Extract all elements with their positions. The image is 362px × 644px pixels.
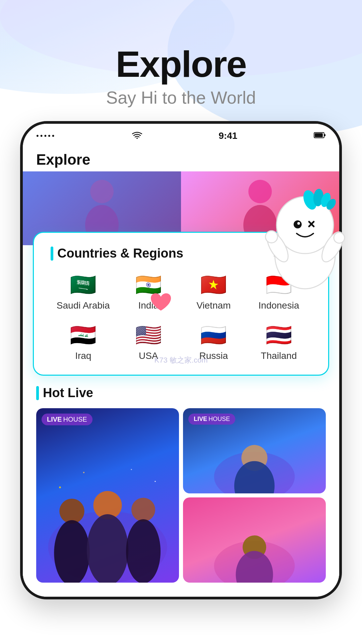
svg-point-10 [297,222,300,225]
svg-point-9 [294,220,302,228]
svg-point-27 [54,520,90,583]
svg-point-21 [90,180,114,203]
signal-dots: ••••• [36,131,56,140]
live-card-large[interactable]: LIVE HOUSE [36,408,179,583]
watermark: K73 敏之家.com [155,355,208,365]
phone-section: ••••• 9:41 [20,121,342,599]
svg-point-17 [136,138,138,139]
svg-point-34 [83,472,84,473]
saudi-arabia-label: Saudi Arabia [57,300,110,311]
hero-title: Explore [0,44,362,84]
iraq-flag: 🇮🇶 [70,324,97,346]
svg-rect-19 [315,133,323,137]
status-icons [132,131,142,140]
heart-bubble [147,289,174,317]
svg-point-29 [87,514,128,583]
usa-flag: 🇺🇸 [135,324,162,346]
country-item[interactable]: 🇹🇭 Thailand [246,324,312,361]
svg-point-35 [131,469,132,470]
section-accent-bar [36,386,39,400]
hero-subtitle: Say Hi to the World [0,88,362,108]
svg-rect-20 [324,134,325,136]
svg-point-26 [59,499,84,524]
explore-header: Explore [23,145,339,171]
svg-point-31 [126,519,161,583]
title-accent-bar [51,247,53,261]
status-bar: ••••• 9:41 [23,124,339,145]
svg-point-32 [59,486,61,488]
hot-live-section: Hot Live LIVE HOUSE [23,376,339,597]
country-item[interactable]: 🇻🇳 Vietnam [181,274,246,311]
svg-point-30 [131,498,155,522]
live-card-small-2[interactable] [183,497,326,583]
page-content: Explore Say Hi to the World [0,0,362,599]
battery-icon [314,132,326,140]
country-item[interactable]: 🇮🇶 Iraq [51,324,116,361]
iraq-label: Iraq [75,351,91,361]
svg-point-15 [265,231,278,243]
svg-point-33 [155,481,156,482]
svg-point-16 [334,232,345,243]
small-cards-column: LIVE HOUSE [183,408,326,583]
live-grid: LIVE HOUSE [36,408,326,587]
hot-live-title: Hot Live [36,386,326,400]
vietnam-label: Vietnam [196,300,231,311]
vietnam-flag: 🇻🇳 [200,274,227,296]
indonesia-label: Indonesia [258,300,299,311]
wifi-icon [132,131,142,140]
card-title: Countries & Regions [51,246,183,261]
live-card-small-1[interactable]: LIVE HOUSE [183,408,326,493]
russia-flag: 🇷🇺 [200,324,227,346]
thailand-label: Thailand [261,351,297,361]
hero-section: Explore Say Hi to the World [0,0,362,121]
mascot-character [248,181,362,296]
status-time: 9:41 [219,130,237,141]
country-item[interactable]: 🇸🇦 Saudi Arabia [51,274,116,311]
thailand-flag: 🇹🇭 [265,324,292,346]
saudi-arabia-flag: 🇸🇦 [70,274,97,296]
